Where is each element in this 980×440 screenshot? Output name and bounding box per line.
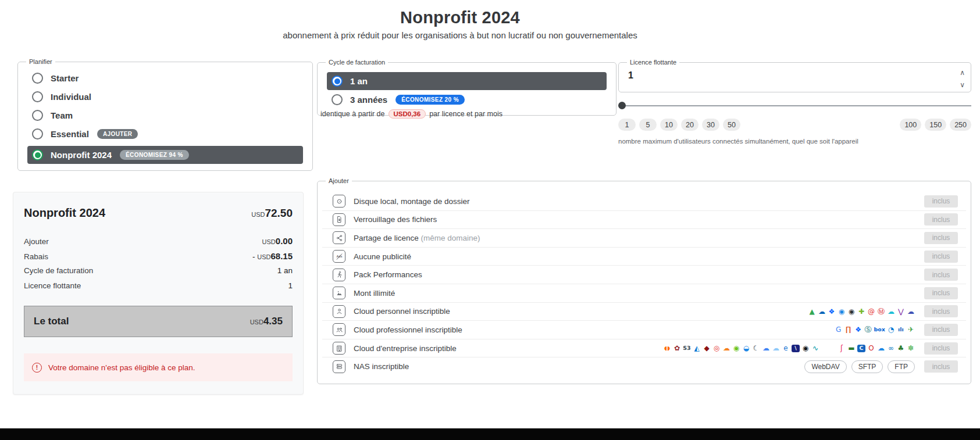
summary-row-value: 1 an [277,266,293,275]
preset-chip-100[interactable]: 100 [900,119,921,131]
plan-option-team[interactable]: Team [27,106,303,124]
addon-label: Mont illimité [354,289,395,298]
radio-icon [32,110,43,121]
radio-icon [332,94,343,105]
rings-icon: ◎ [712,344,721,352]
preset-chip-1[interactable]: 1 [618,119,636,131]
degoo-icon: ⋁ [897,307,905,316]
increment-button[interactable]: ∧ [960,69,965,76]
drop-icon: ◆ [703,344,711,352]
included-button[interactable]: inclus [924,287,958,299]
license-slider[interactable] [618,102,971,109]
summary-row-value: 1 [288,281,293,290]
summary-row-amount: 0.00 [276,236,293,246]
share-icon [333,231,345,244]
addon-row: Verrouillage des fichiersinclus [322,210,966,229]
total-price: USD4.35 [250,316,283,327]
price-per-license-pill: USD0,36 [389,109,426,119]
duo-block-icon: ▬ [847,344,856,352]
people-icon [333,323,345,336]
total-row: Le total USD4.35 [24,306,293,337]
plan-legend: Planifier [26,58,55,65]
plan-option-label: Team [51,110,73,120]
license-slider-thumb[interactable] [618,102,626,109]
dropbox-icon: ❖ [828,307,836,316]
no-ads-icon: Ads [333,250,345,263]
summary-plan-amount: 72.50 [265,207,293,219]
disk-icon [333,195,345,208]
plan-fieldset: Planifier StarterIndividualTeamEssential… [17,58,313,171]
billing-option-3-annees[interactable]: 3 annéesÉCONOMISEZ 20 % [327,91,607,109]
addon-row: Partage de licence (même domaine)inclus [322,228,966,247]
spiral-icon: ◉ [801,344,810,352]
plan-option-nonprofit-2024[interactable]: Nonprofit 2024ÉCONOMISEZ 94 % [27,146,303,164]
included-button[interactable]: inclus [924,342,958,355]
included-button[interactable]: inclus [924,213,958,226]
radio-icon [32,128,43,139]
plan-option-individual[interactable]: Individual [27,88,303,106]
plan-option-label: Essential [51,129,89,139]
runner-icon [333,269,345,281]
nas-icon [333,360,345,373]
page-header: Nonprofit 2024 abonnement à prix réduit … [0,8,920,40]
mega-icon: Ⓜ [877,307,885,316]
cloudflare-icon: ☁ [722,344,730,352]
protocol-chip-webdav: WebDAV [804,360,846,373]
preset-chip-250[interactable]: 250 [950,119,971,131]
linked-circles-icon: ∞ [887,344,895,352]
addon-label: Partage de licence (même domaine) [354,234,480,242]
slider-track[interactable] [618,105,971,106]
summary-row: Licence flottante1 [24,281,293,296]
crescent-icon: ☾ [752,344,760,352]
preset-chip-20[interactable]: 20 [681,119,699,131]
c-square-icon: C [857,345,865,352]
addon-label: Cloud personnel inscriptible [354,307,450,316]
preset-chip-30[interactable]: 30 [702,119,719,131]
frost-cloud-icon: ☁ [772,344,780,352]
google-cloud-icon: ☁ [762,344,770,352]
person-icon [333,305,345,318]
onedrive-icon: ☁ [818,307,826,316]
included-button[interactable]: inclus [924,360,958,373]
included-button[interactable]: inclus [924,195,958,208]
license-caption: nombre maximum d'utilisateurs connectés … [618,138,971,145]
addon-label: NAS inscriptible [354,362,409,371]
summary-row-amount: 1 an [277,266,293,275]
plan-option-label: Nonprofit 2024 [51,150,112,160]
billing-legend: Cycle de facturation [326,59,388,66]
license-input[interactable]: 1 [628,70,966,81]
decrement-button[interactable]: ∨ [960,81,965,88]
oracle-icon: O [867,344,875,352]
preset-chip-150[interactable]: 150 [925,119,946,131]
license-legend: Licence flottante [627,59,679,66]
radio-icon [32,73,43,84]
billing-option-label: 1 an [350,76,368,86]
addons-fieldset: Ajouter Disque local, montage de dossier… [317,177,971,384]
plan-option-label: Starter [51,73,79,83]
billing-note: identique à partir de USD0,36 par licenc… [320,109,503,119]
summary-row: Cycle de facturation1 an [24,266,293,281]
stats-icon: ılı [897,325,905,334]
billing-note-suffix: par licence et par mois [429,110,503,118]
included-button[interactable]: inclus [924,305,958,317]
summary-plan-title: Nonprofit 2024 [24,206,105,220]
addon-row: Pack Performancesinclus [322,265,966,284]
preset-chip-5[interactable]: 5 [639,119,657,131]
preset-chip-50[interactable]: 50 [723,119,740,131]
included-button[interactable]: inclus [924,251,958,263]
e2-icon: e [782,344,790,352]
plan-option-starter[interactable]: Starter [27,69,303,87]
preset-chip-10[interactable]: 10 [660,119,678,131]
included-button[interactable]: inclus [924,324,958,336]
summary-row-label: Licence flottante [24,281,81,290]
billing-note-prefix: identique à partir de [320,110,385,118]
included-button[interactable]: inclus [924,269,958,281]
plan-option-essential[interactable]: EssentialAJOUTER [27,125,303,143]
summary-row: AjouterUSD0.00 [24,236,293,251]
total-amount: 4.35 [263,316,283,327]
page-subtitle: abonnement à prix réduit pour les organi… [0,30,920,40]
billing-option-1-an[interactable]: 1 an [327,72,607,90]
huawei-obs-icon: ✿ [673,344,681,352]
addon-row: Mont illimitéinclus [322,284,966,302]
included-button[interactable]: inclus [924,232,958,244]
